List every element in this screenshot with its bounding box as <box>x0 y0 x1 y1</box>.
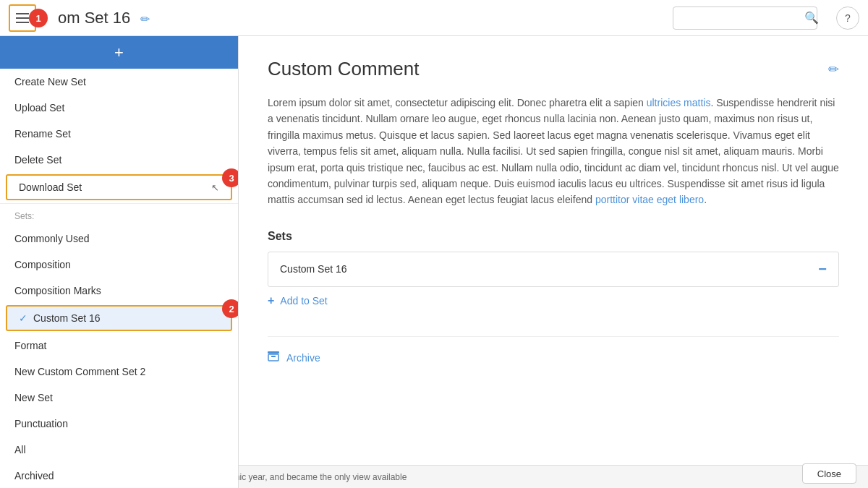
menu-item-all[interactable]: All <box>0 437 238 463</box>
create-new-set-label: Create New Set <box>14 76 86 87</box>
page-title: om Set 16 ✏ <box>58 9 665 27</box>
add-to-set-plus-icon: + <box>268 294 274 307</box>
new-custom-comment-set-2-label: New Custom Comment Set 2 <box>14 366 145 377</box>
menu-item-custom-set-16-wrapper: ✓ Custom Set 16 2 <box>3 305 235 331</box>
body-link-2[interactable]: porttitor vitae eget libero <box>595 194 704 205</box>
menu-item-composition-marks[interactable]: Composition Marks <box>0 278 238 304</box>
set-row-label: Custom Set 16 <box>280 263 347 275</box>
title-edit-icon[interactable]: ✏ <box>140 13 150 25</box>
menu-item-custom-set-16[interactable]: ✓ Custom Set 16 <box>6 305 232 331</box>
menu-item-composition[interactable]: Composition <box>0 252 238 278</box>
svg-rect-1 <box>268 354 278 361</box>
menu-item-delete-set[interactable]: Delete Set <box>0 147 238 173</box>
rename-set-label: Rename Set <box>14 128 71 140</box>
body-text-end: . <box>704 194 707 205</box>
archive-label[interactable]: Archive <box>286 352 320 364</box>
menu-item-upload-set[interactable]: Upload Set <box>0 95 238 121</box>
hamburger-line-1 <box>16 13 29 14</box>
composition-marks-label: Composition Marks <box>14 285 101 296</box>
add-button-row[interactable]: + <box>0 36 238 69</box>
remove-set-button[interactable]: − <box>818 261 827 278</box>
add-to-set-label: Add to Set <box>280 295 327 307</box>
menu-item-download-set-wrapper: Download Set ↖ 3 <box>3 174 235 200</box>
upload-set-label: Upload Set <box>14 102 64 114</box>
close-button[interactable]: Close <box>802 463 856 484</box>
hamburger-line-3 <box>16 22 29 23</box>
punctuation-label: Punctuation <box>14 418 68 429</box>
svg-rect-0 <box>268 351 279 354</box>
body-text-start: Lorem ipsum dolor sit amet, consectetur … <box>268 97 647 108</box>
body-text-2: . Suspendisse hendrerit nisi a venenatis… <box>268 97 839 205</box>
format-label: Format <box>14 340 46 351</box>
menu-item-archived[interactable]: Archived <box>0 463 238 488</box>
badge-2: 2 <box>222 299 239 318</box>
hamburger-line-2 <box>16 17 29 19</box>
all-label: All <box>14 444 26 455</box>
sets-section-title: Sets <box>268 230 839 243</box>
sets-label: Sets: <box>0 207 238 226</box>
content-body: Lorem ipsum dolor sit amet, consectetur … <box>268 95 839 208</box>
content-title: Custom Comment <box>268 58 420 80</box>
content-header: Custom Comment ✏ <box>268 58 839 80</box>
menu-item-create-new-set[interactable]: Create New Set <box>0 69 238 95</box>
check-icon: ✓ <box>19 312 27 324</box>
sets-section: Sets Custom Set 16 − + Add to Set <box>268 230 839 307</box>
svg-rect-2 <box>271 356 276 357</box>
body-link-1: ultricies mattis <box>647 97 711 108</box>
divider-1 <box>0 203 238 204</box>
add-icon: + <box>114 43 124 62</box>
download-set-label: Download Set <box>19 181 82 193</box>
menu-item-rename-set[interactable]: Rename Set <box>0 121 238 147</box>
menu-item-commonly-used[interactable]: Commonly Used <box>0 226 238 252</box>
set-row: Custom Set 16 − <box>268 252 839 287</box>
main-layout: + Create New Set Upload Set Rename Set D… <box>0 36 868 488</box>
badge-1: 1 <box>29 9 48 27</box>
add-to-set-button[interactable]: + Add to Set <box>268 294 839 307</box>
cursor-icon: ↖ <box>211 182 219 193</box>
delete-set-label: Delete Set <box>14 154 61 166</box>
archive-icon <box>268 351 279 364</box>
composition-label: Composition <box>14 259 71 270</box>
top-bar: 1 om Set 16 ✏ 🔍 ? <box>0 0 868 36</box>
custom-set-16-label: Custom Set 16 <box>33 312 101 324</box>
menu-item-punctuation[interactable]: Punctuation <box>0 411 238 437</box>
menu-item-new-custom-comment-set-2[interactable]: New Custom Comment Set 2 <box>0 359 238 385</box>
content-area: Custom Comment ✏ Lorem ipsum dolor sit a… <box>239 36 868 488</box>
help-button[interactable]: ? <box>836 7 859 30</box>
archive-section: Archive <box>268 336 839 364</box>
badge-3: 3 <box>222 168 239 187</box>
menu-item-new-set[interactable]: New Set <box>0 385 238 411</box>
commonly-used-label: Commonly Used <box>14 233 89 244</box>
page-title-text: om Set 16 <box>58 9 130 27</box>
menu-item-format[interactable]: Format <box>0 333 238 359</box>
content-edit-icon[interactable]: ✏ <box>828 61 839 77</box>
menu-item-download-set[interactable]: Download Set ↖ <box>6 174 232 200</box>
search-icon: 🔍 <box>804 11 819 25</box>
dropdown-menu: + Create New Set Upload Set Rename Set D… <box>0 36 239 488</box>
new-set-label: New Set <box>14 392 53 403</box>
search-input[interactable] <box>673 7 817 30</box>
archived-label: Archived <box>14 470 54 481</box>
